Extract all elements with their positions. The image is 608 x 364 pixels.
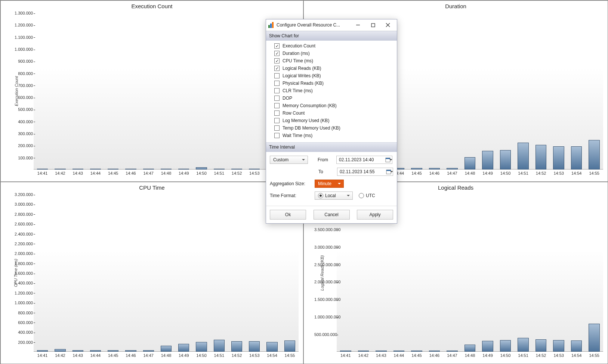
checkbox-execution-count[interactable]: Execution Count [269,42,394,50]
checkbox-box[interactable] [274,125,280,131]
checkbox-wait-time-ms-[interactable]: Wait Time (ms) [269,132,394,139]
bar[interactable] [500,150,511,170]
dialog-titlebar[interactable]: Configure Overall Resource C... [266,19,397,31]
bar[interactable] [108,350,118,352]
time-format-utc-radio[interactable]: UTC [359,193,375,198]
bar[interactable] [358,351,369,352]
bar[interactable] [429,168,440,169]
checkbox-box[interactable] [274,96,280,101]
from-datetime-field[interactable]: 02.11.2023 14:40 [336,156,392,164]
bar[interactable] [108,169,118,169]
bar[interactable] [411,351,422,352]
time-format-local-radio[interactable]: Local [315,192,353,200]
bar[interactable] [125,169,136,169]
bar[interactable] [90,169,101,169]
bar[interactable] [589,140,599,169]
y-tick: 2.500.000.000 [314,262,338,267]
checkbox-temp-db-memory-used-kb-[interactable]: Temp DB Memory Used (KB) [269,124,394,132]
bar[interactable] [284,340,295,352]
chart-plot-area[interactable] [34,194,299,352]
checkbox-dop[interactable]: DOP [269,94,394,102]
checkbox-box[interactable] [274,66,280,71]
y-tick: 500.000 [11,107,35,112]
bar[interactable] [447,168,457,169]
bar[interactable] [214,340,225,352]
bar[interactable] [178,169,189,169]
checkbox-box[interactable] [274,88,280,93]
checkbox-box[interactable] [274,58,280,63]
checkbox-logical-reads-kb-[interactable]: Logical Reads (KB) [269,65,394,72]
bar[interactable] [465,157,475,169]
to-datetime-field[interactable]: 02.11.2023 14:55 [337,168,393,176]
checkbox-logical-writes-kb-[interactable]: Logical Writes (KB) [269,72,394,80]
time-range-select[interactable]: Custom [270,156,308,164]
bar[interactable] [553,340,564,352]
bar[interactable] [536,145,546,169]
checkbox-box[interactable] [274,133,280,138]
bar[interactable] [37,169,48,169]
bar[interactable] [482,341,493,352]
bar[interactable] [376,351,386,352]
y-tick: 600.000 [11,320,35,325]
bar[interactable] [90,350,101,352]
bar[interactable] [411,168,422,169]
bar[interactable] [37,350,48,352]
bar[interactable] [266,342,277,352]
checkbox-cpu-time-ms-[interactable]: CPU Time (ms) [269,57,394,65]
bar[interactable] [196,342,207,352]
checkbox-row-count[interactable]: Row Count [269,109,394,117]
checkbox-box[interactable] [274,81,280,86]
bar[interactable] [196,167,207,169]
bar[interactable] [55,349,65,352]
checkbox-memory-consumption-kb-[interactable]: Memory Consumption (KB) [269,102,394,109]
checkbox-duration-ms-[interactable]: Duration (ms) [269,50,394,57]
bar[interactable] [249,341,260,352]
bar[interactable] [553,146,564,169]
chart-plot-area[interactable] [34,13,299,169]
ok-button[interactable]: Ok [270,210,306,220]
bar[interactable] [500,340,511,352]
bar[interactable] [482,151,493,169]
bar[interactable] [143,169,154,169]
maximize-button[interactable] [365,20,380,30]
checkbox-box[interactable] [274,43,280,49]
checkbox-box[interactable] [274,73,280,78]
bar[interactable] [72,169,83,169]
bar[interactable] [429,351,440,352]
x-tick: 14:52 [232,171,242,175]
minimize-button[interactable] [351,20,365,30]
bar[interactable] [214,169,225,169]
bar[interactable] [161,346,172,352]
bar[interactable] [340,351,351,352]
close-button[interactable] [380,20,395,30]
bar[interactable] [231,341,242,352]
checkbox-box[interactable] [274,118,280,123]
bar[interactable] [231,169,242,169]
checkbox-box[interactable] [274,51,280,56]
bar[interactable] [72,350,83,352]
bar[interactable] [178,344,189,352]
bar[interactable] [518,338,528,352]
bar[interactable] [161,169,172,169]
checkbox-physical-reads-kb-[interactable]: Physical Reads (KB) [269,80,394,87]
aggregation-select[interactable]: Minute [315,180,344,188]
bar[interactable] [536,339,546,352]
bar[interactable] [518,143,528,169]
bar[interactable] [249,169,260,169]
checkbox-box[interactable] [274,103,280,108]
bar[interactable] [55,169,65,169]
x-tick: 14:54 [571,171,582,175]
checkbox-log-memory-used-kb-[interactable]: Log Memory Used (KB) [269,117,394,124]
checkbox-clr-time-ms-[interactable]: CLR Time (ms) [269,87,394,94]
apply-button[interactable]: Apply [357,210,393,220]
cancel-button[interactable]: Cancel [314,210,350,220]
bar[interactable] [447,351,457,352]
bar[interactable] [393,351,404,352]
bar[interactable] [571,146,582,169]
bar[interactable] [125,350,136,352]
bar[interactable] [571,340,582,352]
bar[interactable] [589,324,599,352]
bar[interactable] [143,350,154,352]
bar[interactable] [465,345,475,352]
checkbox-box[interactable] [274,111,280,116]
